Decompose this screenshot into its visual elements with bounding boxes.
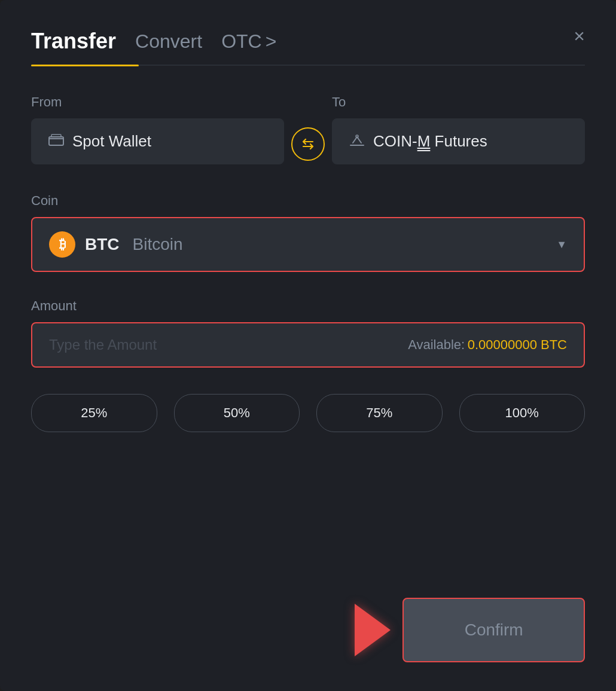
modal-header: Transfer Convert OTC > × xyxy=(31,29,585,54)
percentage-row: 25% 50% 75% 100% xyxy=(31,394,585,432)
otc-chevron-icon: > xyxy=(266,30,277,53)
tab-otc[interactable]: OTC > xyxy=(221,30,276,53)
swap-button[interactable] xyxy=(291,127,325,161)
amount-input-box[interactable]: Type the Amount Available: 0.00000000 BT… xyxy=(31,322,585,368)
active-tab-indicator xyxy=(31,65,139,66)
coin-name: Bitcoin xyxy=(133,235,183,254)
coin-label: Coin xyxy=(31,193,585,209)
from-label: From xyxy=(31,94,284,110)
tab-transfer[interactable]: Transfer xyxy=(31,29,116,54)
btc-icon: ₿ xyxy=(49,231,75,258)
to-section: To COIN-M Futures xyxy=(332,94,585,164)
from-section: From Spot Wallet xyxy=(31,94,284,164)
tab-convert[interactable]: Convert xyxy=(135,30,202,53)
to-wallet-selector[interactable]: COIN-M Futures xyxy=(332,118,585,164)
coin-symbol: BTC xyxy=(85,235,120,254)
arrow-container xyxy=(211,604,403,656)
from-wallet-selector[interactable]: Spot Wallet xyxy=(31,118,284,164)
pct-50-button[interactable]: 50% xyxy=(174,394,300,432)
amount-placeholder: Type the Amount xyxy=(49,337,157,353)
swap-container xyxy=(284,127,332,164)
amount-section: Amount Type the Amount Available: 0.0000… xyxy=(31,298,585,368)
pct-75-button[interactable]: 75% xyxy=(316,394,443,432)
available-display: Available: 0.00000000 BTC xyxy=(408,337,567,353)
tab-underline xyxy=(31,65,585,66)
bottom-area: Confirm xyxy=(31,574,585,662)
from-wallet-name: Spot Wallet xyxy=(72,132,151,151)
futures-icon xyxy=(349,133,365,150)
pct-100-button[interactable]: 100% xyxy=(459,394,585,432)
confirm-button[interactable]: Confirm xyxy=(402,598,585,662)
from-to-row: From Spot Wallet xyxy=(31,94,585,164)
amount-label: Amount xyxy=(31,298,585,314)
pct-25-button[interactable]: 25% xyxy=(31,394,157,432)
transfer-modal: Transfer Convert OTC > × From Spot Wall xyxy=(0,0,616,691)
arrow-right-icon xyxy=(355,604,391,656)
svg-rect-1 xyxy=(51,134,61,137)
coin-selector[interactable]: ₿ BTC Bitcoin ▼ xyxy=(31,217,585,272)
to-label: To xyxy=(332,94,585,110)
to-wallet-name: COIN-M Futures xyxy=(373,132,487,151)
available-label: Available: xyxy=(408,337,465,352)
wallet-icon xyxy=(48,134,64,149)
close-button[interactable]: × xyxy=(574,26,585,45)
coin-section: Coin ₿ BTC Bitcoin ▼ xyxy=(31,193,585,272)
chevron-down-icon: ▼ xyxy=(556,239,567,251)
available-value: 0.00000000 BTC xyxy=(468,337,567,352)
